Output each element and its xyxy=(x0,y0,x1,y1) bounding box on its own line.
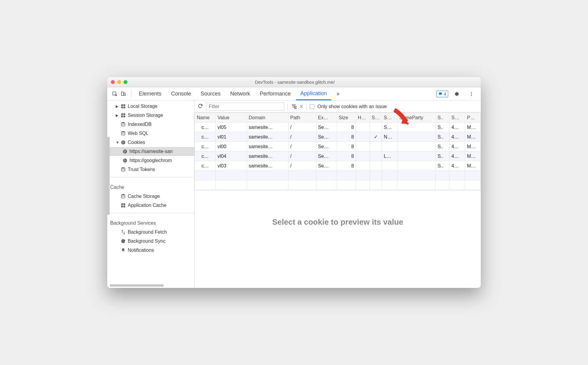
sidebar-item-notifications[interactable]: ▶ Notifications xyxy=(107,246,194,255)
filter-input[interactable] xyxy=(206,103,284,111)
table-cell[interactable]: Se… xyxy=(316,142,337,151)
table-cell[interactable] xyxy=(382,142,398,151)
sidebar-item-bg-fetch[interactable]: ▶ Background Fetch xyxy=(107,228,194,237)
table-cell[interactable]: 8 xyxy=(337,142,356,151)
table-cell[interactable]: Se… xyxy=(316,161,337,171)
sidebar-item-cookies[interactable]: ▼ Cookies xyxy=(107,138,194,147)
table-cell[interactable]: S.. xyxy=(436,123,449,132)
sidebar-item-cache-storage[interactable]: ▶ Cache Storage xyxy=(107,192,194,201)
sidebar-cookie-site-1[interactable]: https://googlechrom xyxy=(107,156,194,165)
th-name[interactable]: Name xyxy=(195,113,216,123)
table-cell[interactable] xyxy=(356,132,370,142)
sidebar-item-websql[interactable]: ▶ Web SQL xyxy=(107,129,194,138)
table-cell[interactable]: M… xyxy=(465,142,481,151)
table-cell[interactable] xyxy=(370,142,382,151)
table-cell[interactable]: S.. xyxy=(436,161,449,171)
table-cell[interactable]: M… xyxy=(465,123,481,132)
table-row[interactable]: c…vl04samesite…/Se…8L…S..4…M… xyxy=(195,151,481,161)
table-cell[interactable]: vl04 xyxy=(216,151,247,161)
tab-network[interactable]: Network xyxy=(226,87,254,100)
clear-icon[interactable]: × xyxy=(300,103,303,110)
table-cell[interactable]: samesite… xyxy=(247,132,288,142)
table-cell[interactable]: vl05 xyxy=(216,123,247,132)
table-cell[interactable]: M… xyxy=(465,161,481,171)
table-cell[interactable] xyxy=(370,151,382,161)
table-cell[interactable]: N… xyxy=(382,132,398,142)
minimize-icon[interactable] xyxy=(117,80,121,84)
table-cell[interactable]: c… xyxy=(195,151,216,161)
table-cell[interactable]: M… xyxy=(465,132,481,142)
tab-console[interactable]: Console xyxy=(167,87,195,100)
sidebar-scrollbar-h[interactable] xyxy=(110,284,164,287)
table-cell[interactable]: c… xyxy=(195,142,216,151)
table-cell[interactable]: 4… xyxy=(449,142,465,151)
refresh-icon[interactable] xyxy=(198,103,203,110)
sidebar-item-indexeddb[interactable]: ▶ IndexedDB xyxy=(107,120,194,129)
table-cell[interactable]: vl01 xyxy=(216,132,247,142)
sidebar-item-trust-tokens[interactable]: ▶ Trust Tokens xyxy=(107,165,194,174)
th-domain[interactable]: Domain xyxy=(247,113,288,123)
table-cell[interactable]: c… xyxy=(195,161,216,171)
sidebar-scrollbar[interactable] xyxy=(107,137,110,215)
sidebar-cookie-site-0[interactable]: https://samesite-san xyxy=(107,147,194,156)
th-value[interactable]: Value xyxy=(216,113,247,123)
table-cell[interactable]: / xyxy=(288,132,316,142)
table-cell[interactable]: Se… xyxy=(316,151,337,161)
zoom-icon[interactable] xyxy=(124,80,127,84)
inspect-icon[interactable] xyxy=(112,91,117,97)
table-cell[interactable]: samesite… xyxy=(247,151,288,161)
th-col-11[interactable]: S… xyxy=(449,113,465,123)
tab-elements[interactable]: Elements xyxy=(135,87,166,100)
table-cell[interactable] xyxy=(356,123,370,132)
table-cell[interactable]: 8 xyxy=(337,123,356,132)
table-cell[interactable]: samesite… xyxy=(247,161,288,171)
table-cell[interactable]: S.. xyxy=(436,142,449,151)
table-cell[interactable]: 4… xyxy=(449,132,465,142)
th-secure[interactable]: S… xyxy=(370,113,382,123)
table-cell[interactable] xyxy=(397,132,436,142)
th-expires[interactable]: Ex… xyxy=(316,113,337,123)
table-cell[interactable]: L… xyxy=(382,151,398,161)
menu-icon[interactable] xyxy=(464,87,478,100)
sidebar-item-bg-sync[interactable]: ▶ Background Sync xyxy=(107,237,194,246)
settings-icon[interactable] xyxy=(449,87,463,100)
table-cell[interactable]: 4… xyxy=(449,123,465,132)
tabs-overflow-icon[interactable]: » xyxy=(332,87,344,100)
table-cell[interactable]: S.. xyxy=(436,151,449,161)
table-cell[interactable]: Se… xyxy=(316,132,337,142)
table-cell[interactable] xyxy=(356,142,370,151)
table-cell[interactable] xyxy=(356,151,370,161)
table-row[interactable]: c…vl03samesite…/Se…8S..4…M… xyxy=(195,161,481,171)
th-col-10[interactable]: S.. xyxy=(436,113,449,123)
table-cell[interactable]: 8 xyxy=(337,151,356,161)
table-cell[interactable]: samesite… xyxy=(247,142,288,151)
issues-badge[interactable]: 4 xyxy=(436,91,448,97)
only-issues-checkbox[interactable] xyxy=(310,104,314,109)
table-cell[interactable]: c… xyxy=(195,132,216,142)
sidebar-item-session-storage[interactable]: ▶ Session Storage xyxy=(107,111,194,120)
table-cell[interactable]: / xyxy=(288,123,316,132)
table-row[interactable]: c…vl00samesite…/Se…8S..4…M… xyxy=(195,142,481,151)
table-cell[interactable]: / xyxy=(288,161,316,171)
clear-filtered-icon[interactable] xyxy=(291,103,297,110)
table-cell[interactable]: 4… xyxy=(449,161,465,171)
sidebar-item-local-storage[interactable]: ▶ Local Storage xyxy=(107,102,194,111)
table-cell[interactable]: vl03 xyxy=(216,161,247,171)
table-cell[interactable] xyxy=(397,151,436,161)
table-cell[interactable]: 8 xyxy=(337,132,356,142)
table-cell[interactable] xyxy=(382,161,398,171)
sidebar-item-app-cache[interactable]: ▶ Application Cache xyxy=(107,201,194,210)
table-cell[interactable]: c… xyxy=(195,123,216,132)
th-httponly[interactable]: H… xyxy=(356,113,370,123)
table-cell[interactable] xyxy=(370,161,382,171)
table-cell[interactable] xyxy=(397,142,436,151)
th-priority[interactable]: P… xyxy=(465,113,481,123)
table-row[interactable]: c…vl05samesite…/Se…8S…S..4…M… xyxy=(195,123,481,132)
table-cell[interactable] xyxy=(370,123,382,132)
table-cell[interactable]: S.. xyxy=(436,132,449,142)
close-icon[interactable] xyxy=(111,80,115,84)
table-cell[interactable]: / xyxy=(288,142,316,151)
table-cell[interactable]: ✓ xyxy=(370,132,382,142)
table-cell[interactable]: 4… xyxy=(449,151,465,161)
tab-sources[interactable]: Sources xyxy=(196,87,225,100)
